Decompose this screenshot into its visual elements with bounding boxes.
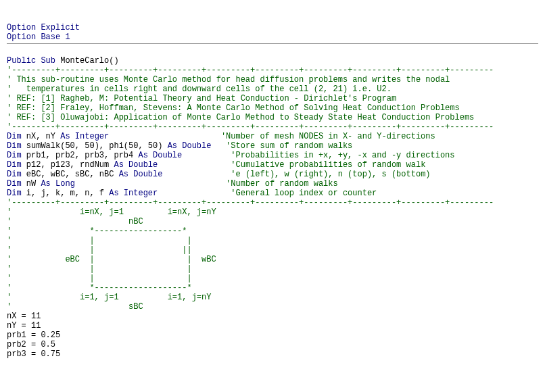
kw-dim-3: Dim [7,151,22,160]
code-listing: Option Explicit Option Base 1 Public Sub… [7,23,538,359]
ascii-art-9: ' *-------------------* [7,283,192,293]
ascii-art-7: ' | | [7,264,192,274]
decl-1-vars: nX, nY [22,132,61,141]
horizontal-rule [7,43,538,44]
stmt-prb3: prb3 = 0.75 [7,349,60,359]
ascii-art-6: ' eBC | | wBC [7,255,216,264]
stmt-prb1: prb1 = 0.25 [7,330,60,340]
kw-as-4: As Double [114,160,158,170]
comment-sep-3: '---------+---------+---------+---------… [7,198,494,207]
comment-ref-1: ' REF: [1] Ragheb, M: Potential Theory a… [7,94,396,103]
pad-4 [158,160,231,170]
pad-6 [75,179,226,189]
comment-sep-1: '---------+---------+---------+---------… [7,66,494,75]
kw-public-sub: Public Sub [7,56,55,66]
kw-dim-5: Dim [7,170,22,179]
ascii-art-2: ' nBC [7,217,143,226]
ascii-art-5: ' | || [7,245,192,255]
kw-option-base: Option Base 1 [7,32,70,42]
pad-7 [158,189,231,198]
kw-dim-6: Dim [7,179,22,189]
comment-decl-4: 'Cumulative probabilities of random walk [231,160,425,170]
stmt-prb2: prb2 = 0.5 [7,340,55,349]
stmt-nx: nX = 11 [7,312,41,321]
comment-desc-1: ' This sub-routine uses Monte Carlo meth… [7,75,450,84]
pad-3 [182,151,231,160]
kw-as-1: As Integer [60,132,109,141]
comment-decl-7: 'General loop index or counter [231,189,377,198]
kw-as-2: As Double [168,141,212,151]
ascii-art-8: ' | | [7,274,192,283]
sub-name: MonteCarlo() [55,56,119,66]
kw-dim-1: Dim [7,132,22,141]
kw-dim-7: Dim [7,189,22,198]
ascii-art-11: ' sBC [7,302,143,312]
kw-as-6: As Long [41,179,74,189]
pad-5 [162,170,231,179]
comment-decl-5: 'e (left), w (right), n (top), s (bottom… [231,170,430,179]
decl-4-vars: p12, p123, rndNum [22,160,114,170]
comment-desc-2: ' temperatures in cells right and downwa… [7,84,392,94]
kw-option-explicit: Option Explicit [7,23,80,32]
comment-ref-2: ' REF: [2] Fraley, Hoffman, Stevens: A M… [7,103,460,113]
decl-2-vars: sumWalk(50, 50), phi(50, 50) [22,141,168,151]
decl-6-vars: nW [22,179,41,189]
kw-dim-4: Dim [7,160,22,170]
ascii-art-4: ' | | [7,236,192,245]
decl-7-vars: i, j, k, m, n, f [22,189,110,198]
pad-1 [109,132,221,141]
decl-5-vars: eBC, wBC, sBC, nBC [22,170,119,179]
comment-decl-6: 'Number of random walks [226,179,338,189]
comment-sep-2: '---------+---------+---------+---------… [7,122,494,132]
comment-decl-1: 'Number of mesh NODES in X- and Y-direct… [221,132,435,141]
ascii-art-10: ' i=1, j=1 i=1, j=nY [7,293,211,302]
comment-decl-3: 'Probabilities in +x, +y, -x and -y dire… [231,151,454,160]
ascii-art-3: ' *------------------* [7,226,187,236]
kw-as-7: As Integer [109,189,158,198]
kw-dim-2: Dim [7,141,22,151]
ascii-art-1: ' i=nX, j=1 i=nX, j=nY [7,207,216,217]
kw-as-5: As Double [119,170,163,179]
comment-decl-2: 'Store sum of random walks [226,141,352,151]
comment-ref-3: ' REF: [3] Oluwajobi: Application of Mon… [7,113,474,122]
decl-3-vars: prb1, prb2, prb3, prb4 [22,151,139,160]
pad-2 [211,141,226,151]
stmt-ny: nY = 11 [7,321,41,330]
kw-as-3: As Double [138,151,182,160]
